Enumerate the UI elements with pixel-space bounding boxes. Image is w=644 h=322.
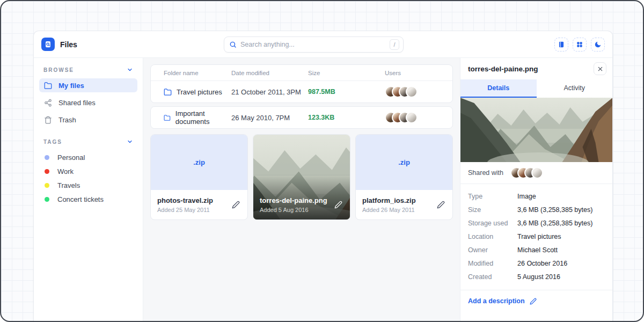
app-body: BROWSE My files Shared files Trash xyxy=(34,58,612,322)
file-added-date: Added 5 Aug 2016 xyxy=(260,207,327,213)
panel-tabs: Details Activity xyxy=(460,79,612,98)
folder-name-cell: Important documents xyxy=(164,109,231,126)
folder-icon xyxy=(44,82,52,90)
date-modified-cell: 21 October 2011, 3PM xyxy=(231,88,308,96)
close-panel-button[interactable] xyxy=(594,62,606,75)
chevron-down-icon[interactable] xyxy=(127,138,133,145)
size-cell: 123.3KB xyxy=(308,114,385,121)
avatar xyxy=(406,86,418,98)
file-card-platform-ios[interactable]: .zip platform_ios.zip Added 26 May 2011 xyxy=(355,134,453,220)
avatar xyxy=(406,112,418,123)
column-header: Date modified xyxy=(231,70,308,76)
rename-button[interactable] xyxy=(333,200,343,210)
tag-label: Personal xyxy=(57,153,85,162)
notebook-button[interactable] xyxy=(554,38,568,52)
rename-button[interactable] xyxy=(436,200,446,210)
app-logo-icon xyxy=(41,38,55,51)
property-row: Owner Michael Scott xyxy=(468,243,605,257)
column-header: Size xyxy=(308,70,385,76)
tags-section: TAGS Personal Work Travels xyxy=(39,138,137,206)
sidebar-item-label: Trash xyxy=(58,116,76,124)
file-card-photos-travel[interactable]: .zip photos-travel.zip Added 25 May 2011 xyxy=(150,134,248,220)
pencil-icon xyxy=(334,201,342,209)
file-added-date: Added 26 May 2011 xyxy=(362,207,416,213)
panel-file-title: torres-del-paine.png xyxy=(468,65,538,73)
search-input[interactable] xyxy=(240,41,386,48)
pencil-icon xyxy=(437,201,445,209)
shared-with-avatars[interactable] xyxy=(510,167,543,179)
files-app-window: Files / xyxy=(33,31,613,322)
shared-with-label: Shared with xyxy=(468,169,503,177)
folders-table: Important documents 26 May 2010, 7PM 123… xyxy=(150,106,453,129)
sidebar-item-label: My files xyxy=(58,82,84,90)
brand: Files xyxy=(41,38,224,51)
tag-concert-tickets[interactable]: Concert tickets xyxy=(39,192,137,206)
folders-table: Folder name Date modified Size Users Tra… xyxy=(150,64,453,103)
share-icon xyxy=(44,99,52,107)
rename-button[interactable] xyxy=(231,200,241,210)
table-row[interactable]: Travel pictures 21 October 2011, 3PM 987… xyxy=(151,81,452,103)
sidebar-item-label: Shared files xyxy=(58,99,96,107)
file-properties: Type Image Size 3,6 MB (3,258,385 bytes)… xyxy=(460,184,612,290)
file-card-torres-del-paine[interactable]: torres-del-paine.png Added 5 Aug 2016 xyxy=(253,134,350,220)
property-row: Location Travel pictures xyxy=(468,230,605,243)
pencil-icon xyxy=(232,201,240,209)
table-header-row: Folder name Date modified Size Users xyxy=(151,65,452,81)
browse-section-header[interactable]: BROWSE xyxy=(39,67,137,73)
tags-section-label: TAGS xyxy=(43,139,62,145)
property-row: Modified 26 October 2016 xyxy=(468,257,605,270)
tag-label: Travels xyxy=(57,181,80,189)
tag-color-dot xyxy=(45,197,49,202)
tab-details[interactable]: Details xyxy=(460,79,537,98)
browse-nav: My files Shared files Trash xyxy=(39,78,137,127)
users-cell xyxy=(385,86,440,98)
tag-personal[interactable]: Personal xyxy=(39,150,137,164)
sidebar-item-shared-files[interactable]: Shared files xyxy=(39,96,137,109)
image-preview xyxy=(460,98,612,162)
dark-mode-button[interactable] xyxy=(591,38,605,52)
tag-label: Work xyxy=(57,167,74,175)
grid-view-button[interactable] xyxy=(573,38,587,52)
tag-travels[interactable]: Travels xyxy=(39,178,137,192)
tags-section-header[interactable]: TAGS xyxy=(39,138,137,145)
avatar xyxy=(531,167,543,179)
column-header: Folder name xyxy=(164,70,231,76)
browse-section-label: BROWSE xyxy=(43,67,74,73)
sidebar-item-trash[interactable]: Trash xyxy=(39,113,137,127)
trash-icon xyxy=(44,116,52,124)
tag-work[interactable]: Work xyxy=(39,164,137,178)
search-box[interactable]: / xyxy=(224,36,404,53)
close-icon xyxy=(597,66,603,72)
search-icon xyxy=(229,41,237,48)
moon-icon xyxy=(594,41,602,48)
top-bar: Files / xyxy=(34,31,612,58)
notebook-icon xyxy=(558,41,565,48)
pencil-icon xyxy=(530,298,537,305)
tag-color-dot xyxy=(45,183,49,188)
file-card-grid: .zip photos-travel.zip Added 25 May 2011 xyxy=(150,134,453,220)
details-panel: torres-del-paine.png Details Activity Sh… xyxy=(460,58,612,322)
property-row: Storage used 3,6 MB (3,258,385 bytes) xyxy=(468,216,605,230)
file-name: torres-del-paine.png xyxy=(260,196,327,204)
sidebar-item-my-files[interactable]: My files xyxy=(39,78,137,92)
chevron-down-icon[interactable] xyxy=(127,67,133,73)
table-row[interactable]: Important documents 26 May 2010, 7PM 123… xyxy=(151,107,452,128)
tag-color-dot xyxy=(45,169,49,174)
file-name: photos-travel.zip xyxy=(157,196,213,204)
file-added-date: Added 25 May 2011 xyxy=(157,207,213,213)
folder-icon xyxy=(164,88,172,96)
property-row: Type Image xyxy=(468,189,605,203)
file-name: platform_ios.zip xyxy=(362,196,416,204)
property-row: Created 5 August 2016 xyxy=(468,270,605,283)
search-shortcut-badge: / xyxy=(390,39,399,50)
property-row: Size 3,6 MB (3,258,385 bytes) xyxy=(468,203,605,216)
desktop-background: Files / xyxy=(0,0,644,322)
date-modified-cell: 26 May 2010, 7PM xyxy=(231,114,308,122)
folder-icon xyxy=(164,114,171,122)
size-cell: 987.5MB xyxy=(308,88,385,96)
add-description-link[interactable]: Add a description xyxy=(460,290,612,312)
tag-label: Concert tickets xyxy=(57,195,104,203)
tab-activity[interactable]: Activity xyxy=(537,79,613,98)
top-actions xyxy=(554,38,605,52)
main-content: Folder name Date modified Size Users Tra… xyxy=(143,58,460,322)
